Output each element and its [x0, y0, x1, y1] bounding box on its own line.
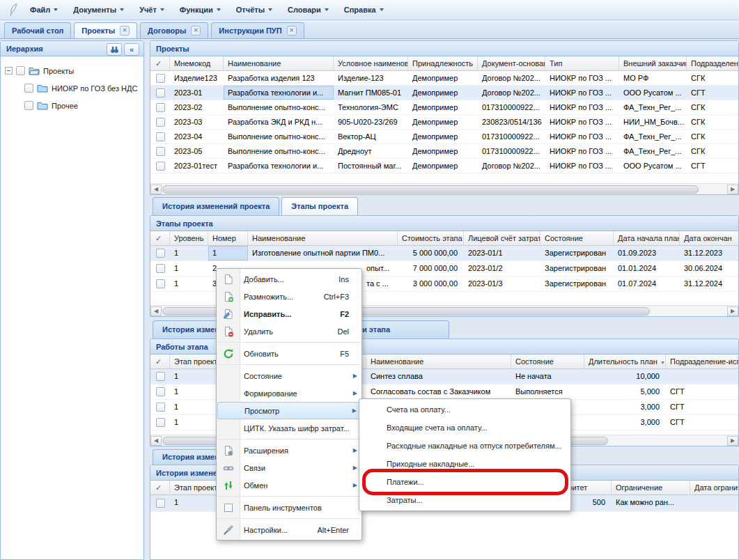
column-header[interactable]: ✓ — [150, 481, 170, 495]
scroll-left-icon[interactable]: ◀ — [150, 185, 162, 194]
table-row[interactable]: 2023-01тестРазработка технологии и...Пос… — [150, 159, 738, 173]
menu-item[interactable]: Размножить...Ctrl+F3 — [217, 288, 361, 305]
horizontal-scrollbar[interactable]: ◀ ▶ — [150, 183, 738, 194]
close-icon[interactable]: ✕ — [120, 26, 130, 36]
menu-functions[interactable]: Функции — [172, 3, 228, 17]
close-icon[interactable]: ✕ — [191, 26, 201, 36]
close-icon[interactable]: ✕ — [287, 26, 297, 36]
menu-item[interactable]: ОбновитьF5 — [217, 345, 361, 362]
table-row[interactable]: 2023-04Выполнение опытно-конс...Вектор-А… — [150, 130, 738, 144]
menu-item[interactable]: Обмен▶ — [217, 476, 361, 494]
menu-item[interactable]: Расходные накладные на отпуск потребител… — [359, 437, 570, 455]
scroll-left-icon[interactable]: ◀ — [150, 436, 162, 446]
table-row[interactable]: 2023-03Разработка ЭКД и РКД н...905-U020… — [150, 115, 738, 130]
scroll-right-icon[interactable]: ▶ — [727, 185, 738, 194]
row-checkbox[interactable] — [150, 277, 170, 291]
collapse-minus-icon[interactable] — [5, 67, 13, 75]
tab-project-stages[interactable]: Этапы проекта — [281, 197, 358, 215]
menu-item[interactable]: Связи▶ — [217, 459, 361, 476]
table-row[interactable]: 2023-05Выполнение опытно-конс...Дредноут… — [150, 144, 738, 159]
column-header[interactable]: Состояние — [540, 231, 614, 245]
column-header[interactable]: Условное наименова — [334, 56, 408, 70]
menu-item[interactable]: Расширения▶ — [217, 442, 361, 459]
tab-projects[interactable]: Проекты✕ — [74, 22, 137, 38]
menu-item[interactable]: Добавить...Ins — [217, 270, 361, 288]
tree-item-projects[interactable]: Проекты — [5, 62, 143, 79]
row-checkbox[interactable] — [150, 400, 170, 414]
tab-instructions[interactable]: Инструкции ПУП✕ — [211, 22, 304, 38]
tab-contracts[interactable]: Договоры✕ — [140, 22, 208, 38]
column-header[interactable]: Дата окончан — [680, 231, 738, 245]
menu-item[interactable]: Приходные накладные... — [359, 455, 570, 473]
menu-item[interactable]: Счета на оплату... — [359, 400, 570, 419]
column-header[interactable]: Наименование — [224, 56, 334, 70]
column-header[interactable]: Дата начала план — [614, 231, 680, 245]
column-header[interactable]: Внешний заказчик — [619, 56, 687, 70]
column-header[interactable]: Лицевой счёт затрат — [464, 231, 540, 245]
row-checkbox[interactable] — [150, 495, 170, 511]
column-header[interactable]: Тип — [545, 56, 619, 70]
row-checkbox[interactable] — [150, 159, 170, 173]
tree-checkbox[interactable] — [16, 66, 25, 75]
table-row[interactable]: 11Изготовление опытной партии ПМ0...5 00… — [150, 246, 738, 261]
tab-project-history[interactable]: История изменений проекта — [153, 197, 279, 215]
tab-desktop[interactable]: Рабочий стол — [4, 22, 71, 38]
menu-item[interactable]: Исправить...F2 — [217, 305, 361, 322]
row-checkbox[interactable] — [150, 71, 170, 85]
table-row[interactable]: 2023-01Разработка технологии и...Магнит … — [150, 86, 738, 100]
row-checkbox[interactable] — [150, 369, 170, 384]
menu-reports[interactable]: Отчёты — [228, 3, 280, 17]
menu-item[interactable]: Платежи... — [359, 473, 570, 491]
row-checkbox[interactable] — [150, 261, 170, 276]
column-header[interactable]: Номер — [208, 231, 248, 245]
menu-dictionaries[interactable]: Словари — [280, 3, 336, 17]
menu-documents[interactable]: Документы — [65, 3, 132, 17]
column-header[interactable]: Длительность план▼ — [584, 355, 666, 368]
row-checkbox[interactable] — [150, 86, 170, 100]
scroll-left-icon[interactable]: ◀ — [150, 306, 162, 316]
column-header[interactable]: Уровень — [170, 231, 208, 245]
scrollbar-thumb[interactable] — [162, 185, 699, 194]
menu-item[interactable]: Панель инструментов — [217, 499, 361, 516]
row-checkbox[interactable] — [150, 384, 170, 399]
column-header[interactable]: Мнемокод — [170, 56, 224, 70]
menu-accounting[interactable]: Учёт — [132, 3, 172, 17]
row-checkbox[interactable] — [150, 115, 170, 129]
column-header[interactable]: Подразделение — [687, 56, 738, 70]
row-checkbox[interactable] — [150, 100, 170, 114]
column-header[interactable]: Наименование — [366, 355, 511, 368]
table-row[interactable]: 2023-02Выполнение опытно-конс...Технолог… — [150, 100, 738, 115]
column-header[interactable]: ✓ — [150, 355, 170, 368]
menu-item[interactable]: УдалитьDel — [217, 322, 361, 340]
column-header[interactable]: Подразделение-исп — [666, 355, 738, 368]
column-header[interactable]: ✓ — [150, 231, 170, 245]
row-checkbox[interactable] — [150, 415, 170, 430]
column-header[interactable]: Ограничение — [612, 481, 690, 495]
column-header[interactable]: Состояние — [511, 355, 584, 368]
tree-item-niokr[interactable]: НИОКР по ГОЗ без НДС — [5, 79, 143, 97]
scroll-right-icon[interactable]: ▶ — [727, 306, 738, 316]
column-header[interactable]: Дата ограничения — [690, 481, 738, 495]
tree-checkbox[interactable] — [24, 84, 33, 93]
column-header[interactable]: Стоимость этапа — [398, 231, 464, 245]
column-header[interactable]: ✓ — [150, 56, 170, 70]
menu-item[interactable]: Просмотр▶ — [217, 402, 361, 419]
row-checkbox[interactable] — [150, 130, 170, 143]
panel-splitter[interactable] — [144, 40, 150, 560]
table-row[interactable]: Изделие123Разработка изделия 123Изделие-… — [150, 71, 738, 86]
find-button[interactable] — [107, 43, 122, 56]
menu-item[interactable]: Состояние▶ — [217, 367, 361, 384]
column-header[interactable]: Документ-основан — [478, 56, 545, 70]
scroll-right-icon[interactable]: ▶ — [727, 436, 738, 446]
menu-item[interactable]: Формирование▶ — [217, 384, 361, 402]
row-checkbox[interactable] — [150, 144, 170, 158]
menu-item[interactable]: ЦИТК. Указать шифр затрат... — [217, 419, 361, 437]
column-header[interactable]: Наименование — [248, 231, 398, 245]
tree-item-other[interactable]: Прочее — [5, 97, 143, 114]
tree-checkbox[interactable] — [24, 101, 33, 110]
menu-item[interactable]: Настройки...Alt+Enter — [217, 521, 361, 538]
menu-item[interactable]: Затраты... — [359, 491, 570, 509]
row-checkbox[interactable] — [150, 246, 170, 260]
menu-help[interactable]: Справка — [336, 3, 391, 17]
collapse-panel-button[interactable]: « — [124, 43, 139, 56]
